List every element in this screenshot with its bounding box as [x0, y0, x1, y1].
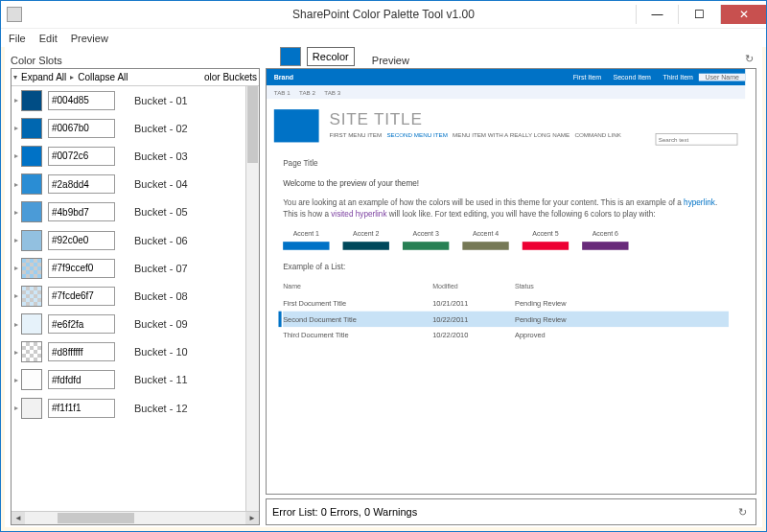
color-swatch[interactable]	[21, 398, 42, 419]
bucket-label: Bucket - 01	[115, 95, 245, 106]
hex-input[interactable]	[48, 202, 115, 221]
cell-modified: 10/21/2011	[432, 297, 515, 309]
col-status: Status	[515, 282, 627, 292]
menubar: File Edit Preview	[1, 28, 766, 47]
vertical-scrollbar[interactable]	[245, 86, 259, 511]
color-swatch[interactable]	[21, 341, 42, 362]
color-slots-label: Color Slots	[11, 55, 62, 66]
menu-edit[interactable]: Edit	[39, 33, 58, 44]
color-swatch[interactable]	[21, 118, 42, 139]
expand-icon[interactable]: ▸	[12, 96, 21, 104]
accent-swatch: Accent 5	[523, 228, 569, 249]
tree-body: ▸Bucket - 01▸Bucket - 02▸Bucket - 03▸Buc…	[12, 86, 259, 511]
expand-icon[interactable]: ▸	[12, 291, 21, 300]
hex-input[interactable]	[48, 342, 115, 361]
hex-input[interactable]	[48, 399, 115, 418]
topnav-item[interactable]: Second Item	[607, 74, 657, 81]
site-logo	[274, 109, 319, 142]
list-row[interactable]: Third Document Title10/22/2010Approved	[283, 327, 729, 343]
accent-swatch: Accent 3	[403, 228, 449, 249]
app-icon	[7, 7, 22, 22]
hex-input[interactable]	[48, 119, 115, 138]
color-swatch[interactable]	[21, 146, 42, 167]
hex-input[interactable]	[48, 259, 115, 278]
cell-status: Pending Review	[515, 297, 627, 309]
error-pane: Error List: 0 Errors, 0 Warnings ↻	[266, 498, 756, 525]
menu-item[interactable]: COMMAND LINK	[574, 132, 621, 139]
topnav-item[interactable]: First Item	[568, 74, 608, 81]
topnav: First Item Second Item Third Item User N…	[568, 74, 746, 81]
color-swatch[interactable]	[21, 258, 42, 279]
menu-preview[interactable]: Preview	[71, 33, 108, 44]
expand-icon[interactable]: ▸	[12, 404, 21, 412]
refresh-preview-icon[interactable]: ↻	[741, 51, 756, 66]
cell-name: Second Document Title	[283, 313, 432, 325]
hex-input[interactable]	[48, 147, 115, 166]
bucket-label: Bucket - 06	[115, 235, 245, 246]
expand-icon[interactable]: ▸	[12, 376, 21, 384]
color-swatch[interactable]	[21, 201, 42, 222]
color-slot-row: ▸Bucket - 09	[12, 311, 245, 338]
color-slot-row: ▸Bucket - 06	[12, 226, 245, 254]
menu-item[interactable]: FIRST MENU ITEM	[330, 132, 383, 139]
hex-input[interactable]	[48, 370, 115, 389]
list-row[interactable]: First Document Title10/21/2011Pending Re…	[283, 295, 729, 312]
visited-hyperlink-example[interactable]: visited hyperlink	[331, 210, 386, 219]
hex-input[interactable]	[48, 174, 115, 194]
minimize-button[interactable]: —	[636, 5, 678, 24]
color-swatch[interactable]	[21, 313, 42, 335]
refresh-errors-icon[interactable]: ↻	[734, 504, 750, 520]
hex-input[interactable]	[48, 91, 115, 110]
tabs-bar: TAB 1 TAB 2 TAB 3	[267, 85, 745, 99]
menu-item[interactable]: MENU ITEM WITH A REALLY LONG NAME	[453, 132, 569, 139]
tab[interactable]: TAB 1	[274, 89, 291, 96]
topnav-item[interactable]: Third Item	[657, 74, 699, 81]
accent-label: Accent 1	[283, 228, 329, 239]
recolor-swatch[interactable]	[280, 47, 301, 66]
expand-icon[interactable]: ▸	[12, 348, 21, 357]
expand-icon[interactable]: ▸	[12, 180, 21, 189]
close-button[interactable]: ✕	[720, 5, 766, 24]
color-swatch[interactable]	[21, 90, 42, 111]
accent-swatch: Accent 6	[582, 228, 628, 249]
expand-icon[interactable]: ▸	[12, 236, 21, 244]
scroll-right-icon[interactable]: ►	[245, 512, 259, 524]
expand-icon[interactable]: ▸	[12, 124, 21, 132]
hscroll-thumb[interactable]	[58, 513, 134, 523]
expand-all-link[interactable]: Expand All	[21, 72, 66, 82]
color-swatch[interactable]	[21, 286, 42, 307]
scroll-thumb[interactable]	[247, 86, 258, 163]
list-header: Name Modified Status	[283, 279, 729, 295]
scroll-left-icon[interactable]: ◄	[12, 512, 25, 524]
collapse-all-link[interactable]: Collapse All	[78, 72, 128, 82]
tab[interactable]: TAB 3	[324, 89, 340, 96]
expand-icon[interactable]: ▸	[12, 320, 21, 329]
menu-item-active[interactable]: SECOND MENU ITEM	[386, 132, 447, 139]
collapse-arrow-icon: ▸	[70, 73, 74, 81]
expand-icon[interactable]: ▸	[12, 264, 21, 272]
expand-icon[interactable]: ▸	[12, 151, 21, 160]
color-swatch[interactable]	[21, 369, 42, 390]
hex-input[interactable]	[48, 287, 115, 306]
horizontal-scrollbar[interactable]: ◄ ►	[12, 511, 259, 524]
hex-input[interactable]	[48, 314, 115, 334]
color-slots-panel: ▾ Expand All ▸ Collapse All olor Buckets…	[11, 68, 260, 525]
recolor-button[interactable]: Recolor	[307, 47, 355, 66]
color-swatch[interactable]	[21, 173, 42, 195]
intro-paragraph: You are looking at an example of how the…	[283, 196, 729, 220]
bucket-label: Bucket - 07	[115, 263, 245, 274]
accent-swatch: Accent 1	[283, 228, 329, 249]
maximize-button[interactable]: ☐	[678, 5, 720, 24]
hex-input[interactable]	[48, 231, 115, 250]
user-label[interactable]: User Name	[699, 74, 745, 81]
expand-icon[interactable]: ▸	[12, 208, 21, 217]
cell-modified: 10/22/2011	[432, 313, 515, 325]
hyperlink-example[interactable]: hyperlink	[684, 197, 715, 206]
menu-file[interactable]: File	[9, 33, 26, 44]
bucket-label: Bucket - 11	[115, 374, 245, 385]
tab[interactable]: TAB 2	[299, 89, 315, 96]
list-row[interactable]: Second Document Title10/22/2011Pending R…	[283, 312, 729, 328]
color-swatch[interactable]	[21, 230, 42, 251]
color-slot-row: ▸Bucket - 02	[12, 114, 245, 142]
search-input[interactable]	[656, 133, 738, 145]
